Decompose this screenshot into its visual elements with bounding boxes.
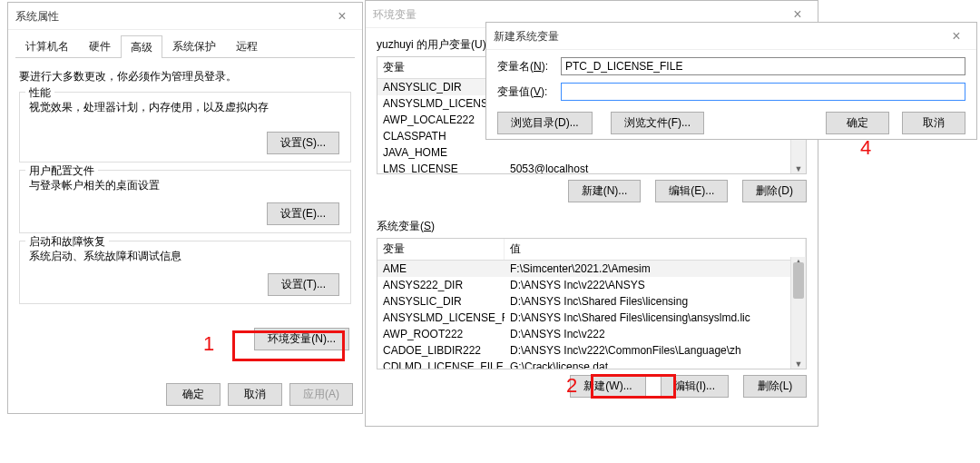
sys-vars-list[interactable]: 变量 值 AMEF:\Simcenter\2021.2\AmesimANSYS2… [377, 238, 807, 369]
close-icon[interactable]: × [329, 3, 355, 30]
table-row[interactable]: LMS_LICENSE5053@localhost [377, 161, 806, 174]
var-value-input[interactable] [561, 83, 965, 101]
sys-delete-button[interactable]: 删除(L) [743, 375, 807, 398]
sysprops-cancel-button[interactable]: 取消 [228, 383, 282, 406]
table-row[interactable]: CDLMD_LICENSE_FILEG:\Crack\license.dat [377, 359, 806, 369]
sys-vars-label: 系统变量(S) [377, 219, 807, 234]
table-row[interactable]: AWP_ROOT222D:\ANSYS Inc\v222 [377, 326, 806, 342]
scroll-thumb[interactable] [793, 262, 804, 299]
env-vars-button[interactable]: 环境变量(N)... [254, 328, 349, 350]
admin-note: 要进行大多数更改，你必须作为管理员登录。 [19, 69, 351, 84]
scroll-down-icon[interactable]: ▼ [791, 360, 806, 369]
group-performance: 性能 视觉效果，处理器计划，内存使用，以及虚拟内存 设置(S)... [19, 92, 351, 163]
table-row[interactable]: ANSYS222_DIRD:\ANSYS Inc\v222\ANSYS [377, 277, 806, 293]
scroll-down-icon[interactable]: ▼ [791, 164, 806, 173]
profile-legend: 用户配置文件 [25, 163, 98, 179]
table-row[interactable]: JAVA_HOME [377, 144, 806, 161]
system-properties-dialog: 系统属性 × 计算机名 硬件 高级 系统保护 远程 要进行大多数更改，你必须作为… [7, 2, 363, 414]
hdr-val: 值 [505, 239, 806, 260]
sysprops-apply-button[interactable]: 应用(A) [289, 383, 353, 406]
tab-advanced[interactable]: 高级 [121, 35, 162, 58]
tab-hardware[interactable]: 硬件 [79, 34, 121, 57]
table-row[interactable]: CADOE_LIBDIR222D:\ANSYS Inc\v222\CommonF… [377, 342, 806, 359]
sysprops-title: 系统属性 [15, 10, 59, 23]
user-edit-button[interactable]: 编辑(E)... [655, 180, 728, 202]
sysprops-titlebar: 系统属性 × [8, 3, 362, 30]
table-row[interactable]: AMEF:\Simcenter\2021.2\Amesim [377, 261, 806, 277]
tab-system-protection[interactable]: 系统保护 [162, 34, 226, 57]
sys-new-button[interactable]: 新建(W)... [570, 375, 645, 398]
group-startup: 启动和故障恢复 系统启动、系统故障和调试信息 设置(T)... [19, 241, 351, 304]
table-row[interactable]: ANSYSLMD_LICENSE_FILED:\ANSYS Inc\Shared… [377, 310, 806, 326]
user-delete-button[interactable]: 删除(D) [742, 180, 807, 202]
newvar-cancel-button[interactable]: 取消 [902, 112, 965, 134]
newvar-titlebar: 新建系统变量 × [486, 23, 976, 50]
sys-edit-button[interactable]: 编辑(I)... [661, 375, 729, 398]
profile-desc: 与登录帐户相关的桌面设置 [29, 178, 341, 193]
table-row[interactable]: ANSYSLIC_DIRD:\ANSYS Inc\Shared Files\li… [377, 293, 806, 310]
var-name-label: 变量名(N): [497, 59, 561, 74]
var-name-input[interactable] [561, 57, 965, 75]
new-var-dialog: 新建系统变量 × 变量名(N): 变量值(V): 浏览目录(D)... 浏览文件… [485, 22, 977, 140]
sysprops-ok-button[interactable]: 确定 [166, 383, 220, 406]
profile-settings-button[interactable]: 设置(E)... [267, 202, 339, 225]
var-value-label: 变量值(V): [497, 84, 561, 100]
perf-desc: 视觉效果，处理器计划，内存使用，以及虚拟内存 [29, 100, 341, 115]
browse-dir-button[interactable]: 浏览目录(D)... [497, 112, 593, 134]
envvars-title: 环境变量 [373, 8, 416, 21]
user-new-button[interactable]: 新建(N)... [568, 180, 642, 202]
close-icon[interactable]: × [944, 23, 969, 50]
startup-legend: 启动和故障恢复 [25, 234, 109, 250]
sysprops-tabs: 计算机名 硬件 高级 系统保护 远程 [15, 34, 355, 58]
group-user-profile: 用户配置文件 与登录帐户相关的桌面设置 设置(E)... [19, 170, 351, 233]
tab-computer-name[interactable]: 计算机名 [15, 34, 79, 57]
annotation-1: 1 [203, 332, 214, 356]
tab-remote[interactable]: 远程 [226, 34, 268, 57]
hdr-var: 变量 [377, 239, 505, 260]
startup-desc: 系统启动、系统故障和调试信息 [29, 249, 341, 264]
annotation-2: 2 [566, 374, 577, 398]
perf-settings-button[interactable]: 设置(S)... [267, 132, 339, 154]
newvar-title: 新建系统变量 [494, 30, 559, 43]
newvar-ok-button[interactable]: 确定 [826, 112, 889, 134]
scrollbar[interactable]: ▲ ▼ [790, 257, 806, 369]
perf-legend: 性能 [25, 85, 54, 101]
startup-settings-button[interactable]: 设置(T)... [268, 273, 339, 296]
browse-file-button[interactable]: 浏览文件(F)... [611, 112, 704, 134]
